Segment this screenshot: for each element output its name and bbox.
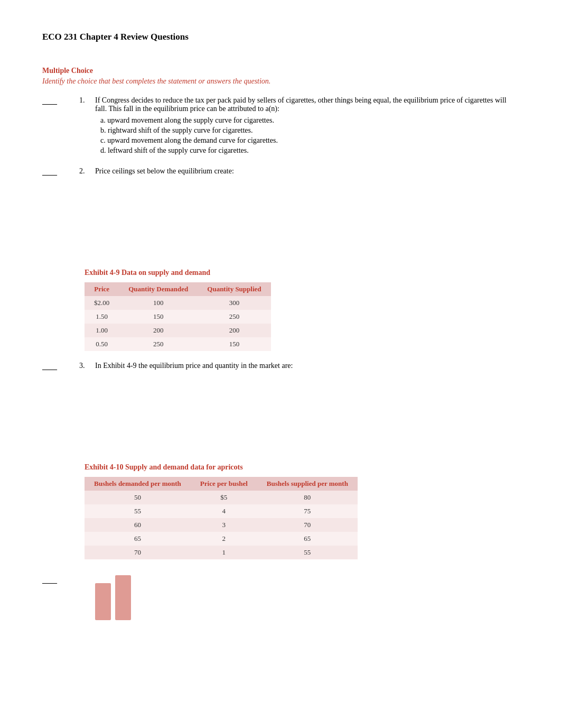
e1-r2-demanded: 150: [119, 310, 198, 324]
e2-r4-supplied: 65: [257, 532, 358, 546]
e2-r5-demanded: 70: [85, 546, 191, 559]
e2-r3-supplied: 70: [257, 518, 358, 532]
question-text-3: In Exhibit 4-9 the equilibrium price and…: [95, 362, 519, 373]
e2-r1-demanded: 50: [85, 491, 191, 504]
e2-r2-demanded: 55: [85, 504, 191, 518]
answer-space-2: [42, 189, 519, 253]
exhibit2-col-demanded: Bushels demanded per month: [85, 477, 191, 491]
question-number-2: 2.: [79, 167, 95, 176]
e2-r1-price: $5: [191, 491, 257, 504]
table-row: 65 2 65: [85, 532, 358, 546]
exhibit2-col-price: Price per bushel: [191, 477, 257, 491]
question-number-1: 1.: [79, 96, 95, 105]
exhibit-4-10-table: Bushels demanded per month Price per bus…: [85, 477, 358, 559]
exhibit-4-9-title: Exhibit 4-9 Data on supply and demand: [85, 269, 519, 277]
e1-r4-demanded: 250: [119, 337, 198, 351]
question-3-block: ____ 3. In Exhibit 4-9 the equilibrium p…: [42, 362, 519, 373]
e1-r2-price: 1.50: [85, 310, 119, 324]
table-row: 1.50 150 250: [85, 310, 271, 324]
e1-r3-demanded: 200: [119, 324, 198, 337]
e2-r5-price: 1: [191, 546, 257, 559]
answer-blank-4[interactable]: ____: [42, 575, 69, 585]
exhibit-4-10-title: Exhibit 4-10 Supply and demand data for …: [85, 463, 519, 472]
table-row: 50 $5 80: [85, 491, 358, 504]
e2-r2-supplied: 75: [257, 504, 358, 518]
e1-r4-price: 0.50: [85, 337, 119, 351]
section-subtitle: Identify the choice that best completes …: [42, 77, 519, 86]
section-heading: Multiple Choice: [42, 67, 519, 75]
table-row: 70 1 55: [85, 546, 358, 559]
choice-text-1b: rightward shift of the supply curve for …: [108, 126, 253, 134]
e1-r4-supplied: 150: [198, 337, 270, 351]
exhibit1-col-demanded: Quantity Demanded: [119, 282, 198, 296]
e1-r1-price: $2.00: [85, 296, 119, 310]
exhibit-4-9: Exhibit 4-9 Data on supply and demand Pr…: [85, 269, 519, 351]
e1-r1-demanded: 100: [119, 296, 198, 310]
e2-r2-price: 4: [191, 504, 257, 518]
e2-r3-price: 3: [191, 518, 257, 532]
page-title: ECO 231 Chapter 4 Review Questions: [42, 32, 519, 42]
e1-r1-supplied: 300: [198, 296, 270, 310]
exhibit-4-9-table: Price Quantity Demanded Quantity Supplie…: [85, 282, 271, 351]
table-row: $2.00 100 300: [85, 296, 271, 310]
table-row: 55 4 75: [85, 504, 358, 518]
choice-1b: b. rightward shift of the supply curve f…: [100, 126, 519, 135]
e1-r3-supplied: 200: [198, 324, 270, 337]
exhibit2-col-supplied: Bushels supplied per month: [257, 477, 358, 491]
e2-r3-demanded: 60: [85, 518, 191, 532]
e2-r4-demanded: 65: [85, 532, 191, 546]
choice-letter-1d: d.: [100, 146, 106, 154]
table-row: 0.50 250 150: [85, 337, 271, 351]
table-row: 1.00 200 200: [85, 324, 271, 337]
choice-letter-1b: b.: [100, 126, 106, 134]
partial-image: [95, 575, 131, 620]
e1-r2-supplied: 250: [198, 310, 270, 324]
e2-r5-supplied: 55: [257, 546, 358, 559]
choice-text-1d: leftward shift of the supply curve for c…: [108, 146, 249, 154]
choices-list-1: a. upward movement along the supply curv…: [95, 116, 519, 155]
answer-space-3: [42, 384, 519, 447]
answer-blank-3[interactable]: ____: [42, 362, 69, 371]
e1-r3-price: 1.00: [85, 324, 119, 337]
question-text-2: Price ceilings set below the equilibrium…: [95, 167, 519, 179]
exhibit1-col-price: Price: [85, 282, 119, 296]
question-number-3: 3.: [79, 362, 95, 370]
table-row: 60 3 70: [85, 518, 358, 532]
answer-blank-2[interactable]: ____: [42, 167, 69, 177]
choice-1a: a. upward movement along the supply curv…: [100, 116, 519, 125]
choice-1d: d. leftward shift of the supply curve fo…: [100, 146, 519, 155]
question-1-block: ____ 1. If Congress decides to reduce th…: [42, 96, 519, 156]
e2-r4-price: 2: [191, 532, 257, 546]
choice-text-1a: upward movement along the supply curve f…: [107, 116, 274, 124]
choice-text-1c: upward movement along the demand curve f…: [107, 136, 278, 144]
exhibit1-col-supplied: Quantity Supplied: [198, 282, 270, 296]
choice-1c: c. upward movement along the demand curv…: [100, 136, 519, 145]
e2-r1-supplied: 80: [257, 491, 358, 504]
exhibit-4-10: Exhibit 4-10 Supply and demand data for …: [85, 463, 519, 559]
question-2-block: ____ 2. Price ceilings set below the equ…: [42, 167, 519, 179]
section-header: Multiple Choice Identify the choice that…: [42, 67, 519, 86]
choice-letter-1a: a.: [100, 116, 106, 124]
choice-letter-1c: c.: [100, 136, 106, 144]
answer-blank-1[interactable]: ____: [42, 96, 69, 106]
question-text-1: If Congress decides to reduce the tax pe…: [95, 96, 519, 156]
